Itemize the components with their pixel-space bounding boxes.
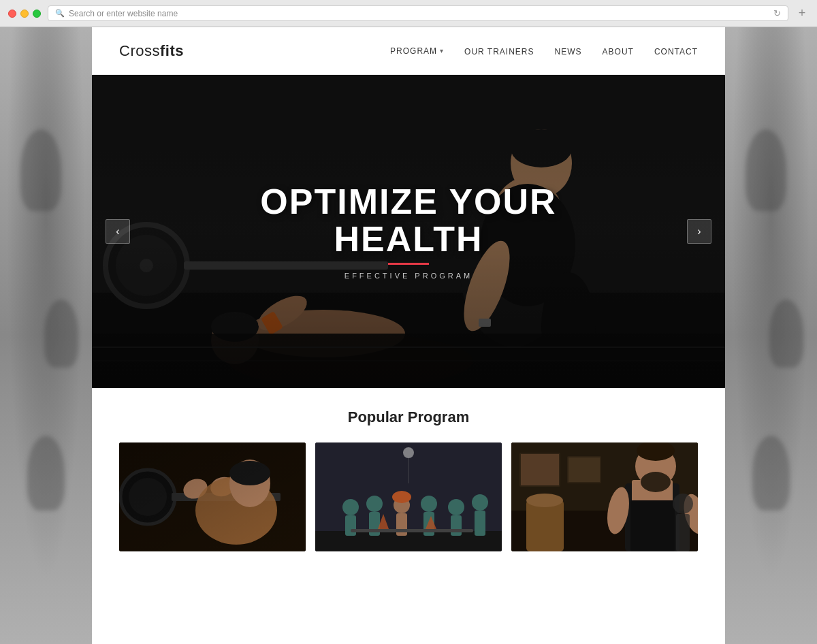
close-button[interactable] — [8, 10, 16, 18]
logo-prefix: Cross — [119, 42, 160, 59]
hero-title: OPTIMIZE YOUR HEALTH — [260, 183, 556, 257]
next-slide-button[interactable]: › — [687, 219, 711, 244]
browser-viewport: Crossfits PROGRAM ▾ OUR TRAINERS NEWS — [0, 27, 817, 644]
refresh-icon[interactable]: ↻ — [773, 8, 781, 18]
right-sidebar-bg — [725, 27, 817, 644]
bg-figure-1 — [20, 129, 61, 211]
minimize-button[interactable] — [20, 10, 29, 18]
card1-svg — [119, 442, 306, 551]
program-grid — [119, 442, 698, 551]
hero-content: OPTIMIZE YOUR HEALTH EFFECTIVE PROGRAM — [92, 75, 725, 388]
nav-link-contact[interactable]: CONTACT — [654, 47, 698, 57]
search-icon: 🔍 — [55, 9, 65, 18]
website-content: Crossfits PROGRAM ▾ OUR TRAINERS NEWS — [92, 27, 725, 644]
section-title: Popular Program — [119, 408, 698, 426]
navbar: Crossfits PROGRAM ▾ OUR TRAINERS NEWS — [92, 27, 725, 75]
svg-rect-33 — [119, 442, 306, 551]
new-tab-button[interactable]: + — [795, 7, 809, 20]
bg-figure-r3 — [752, 436, 790, 511]
prev-slide-button[interactable]: ‹ — [106, 219, 130, 244]
card3-svg — [511, 442, 698, 551]
browser-chrome: 🔍 Search or enter website name ↻ + — [0, 0, 817, 27]
nav-item-trainers[interactable]: OUR TRAINERS — [464, 45, 534, 57]
program-card-gym[interactable] — [511, 442, 698, 551]
fullscreen-button[interactable] — [33, 10, 41, 18]
address-bar[interactable]: 🔍 Search or enter website name ↻ — [48, 5, 788, 21]
nav-link-program[interactable]: PROGRAM ▾ — [390, 46, 444, 56]
popular-section: Popular Program — [92, 388, 725, 565]
svg-rect-54 — [315, 442, 502, 551]
address-bar-text: Search or enter website name — [69, 9, 178, 18]
logo-suffix: fits — [160, 42, 184, 59]
nav-link-about[interactable]: ABOUT — [603, 47, 634, 57]
nav-links: PROGRAM ▾ OUR TRAINERS NEWS ABOUT CONTAC… — [390, 45, 698, 57]
program-card-weightlifting[interactable] — [119, 442, 306, 551]
hero-slider: ‹ › OPTIMIZE YOUR HEALTH EFFECTIVE PROGR… — [92, 75, 725, 388]
nav-item-program[interactable]: PROGRAM ▾ — [390, 46, 444, 56]
traffic-lights — [8, 10, 41, 18]
bg-figure-3 — [27, 436, 65, 511]
nav-item-news[interactable]: NEWS — [555, 45, 582, 57]
logo: Crossfits — [119, 42, 184, 60]
bg-figure-r1 — [746, 129, 786, 211]
nav-link-trainers[interactable]: OUR TRAINERS — [464, 47, 534, 57]
program-card-group[interactable] — [315, 442, 502, 551]
hero-accent-line — [388, 263, 429, 265]
nav-item-about[interactable]: ABOUT — [603, 45, 634, 57]
chevron-down-icon: ▾ — [440, 47, 444, 54]
svg-rect-73 — [511, 442, 698, 551]
card2-svg — [315, 442, 502, 551]
nav-link-news[interactable]: NEWS — [555, 47, 582, 57]
left-sidebar-bg — [0, 27, 92, 644]
nav-item-contact[interactable]: CONTACT — [654, 45, 698, 57]
bg-figure-2 — [44, 300, 78, 368]
bg-figure-r2 — [769, 300, 803, 368]
hero-subtitle: EFFECTIVE PROGRAM — [345, 272, 472, 280]
